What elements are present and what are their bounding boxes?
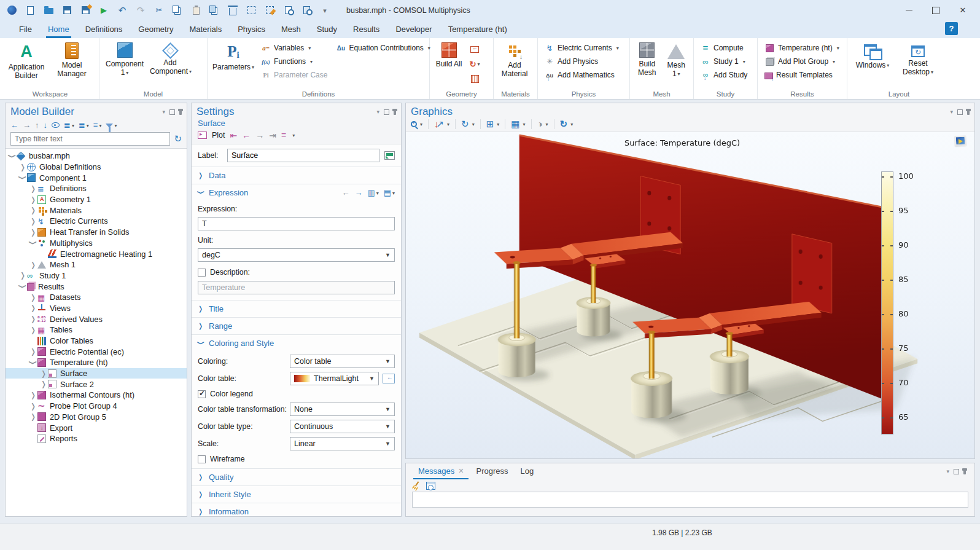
menu-tab-study[interactable]: Study [309,20,345,38]
expander-icon[interactable]: ❭ [29,184,37,193]
plot-in-icon[interactable]: = [281,130,286,140]
transformation-select[interactable]: None▼ [290,403,395,416]
appearance-button[interactable]: ◑▾ [537,119,548,129]
mesh-1-button[interactable]: Mesh 1▾ [664,41,689,79]
parameter-case-button[interactable]: Parameter Case [259,70,329,80]
perspective-button[interactable]: ⊞▾ [486,119,500,129]
expander-icon[interactable]: ❭ [29,217,37,226]
save-file-button[interactable] [59,3,75,18]
component-1-button[interactable]: Component 1▾ [104,41,145,77]
build-all-button[interactable]: Build All [435,41,463,68]
panel-menu-icon[interactable]: ▾ [946,468,949,474]
messages-output[interactable] [412,492,968,508]
tree-item-2d-plot-group-5[interactable]: ❭2D Plot Group 5 [6,412,187,423]
add-material-button[interactable]: Add Material [499,41,531,79]
help-button[interactable]: ? [945,22,958,35]
color-table-type-select[interactable]: Continuous▼ [290,420,395,433]
section-range[interactable]: ❭Range [192,317,401,334]
minimize-icon[interactable] [895,0,922,20]
scale-select[interactable]: Linear▼ [290,437,395,450]
tree-item-study-1[interactable]: ❭Study 1 [6,270,187,281]
panel-menu-icon[interactable]: ▾ [376,109,379,115]
expander-icon[interactable]: ❭ [29,238,37,247]
expander-icon[interactable]: ❭ [29,315,37,323]
show-icon[interactable] [52,120,60,130]
tree-filter-input[interactable] [10,132,170,146]
expander-icon[interactable]: ❭ [39,369,48,378]
rebuild-button[interactable]: ▾ [468,58,481,70]
model-manager-button[interactable]: Model Manager [52,41,92,79]
tree-item-temperature-ht[interactable]: ❭Temperature (ht) [6,357,187,368]
windows-button[interactable]: Windows▾ [852,41,893,69]
tree-item-surface-2[interactable]: ❭Surface 2 [6,379,187,390]
menu-tab-temperature-ht[interactable]: Temperature (ht) [440,20,515,38]
expander-icon[interactable]: ❭ [29,206,37,214]
tree-item-geometry-1[interactable]: ❭Geometry 1 [6,194,187,205]
tree-item-definitions[interactable]: ❭Definitions [6,183,187,194]
description-input[interactable]: Temperature [198,281,395,294]
maximize-icon[interactable] [922,0,949,20]
app-logo-button[interactable] [4,3,20,18]
menu-tab-home[interactable]: Home [40,20,77,38]
variables-button[interactable]: Variables▾ [259,43,329,53]
rotate-button[interactable]: ↻▾ [461,119,475,129]
node-order-icon[interactable]: ≡▾ [93,120,102,130]
add-mathematics-button[interactable]: Add Mathematics [543,70,621,80]
insert-expression-icon[interactable]: ▤▾ [384,188,395,197]
expand-down-icon[interactable]: ≣▾ [79,120,89,130]
plot-thumbnail-icon[interactable] [955,136,966,146]
close-tab-icon[interactable]: ✕ [458,467,464,475]
tree-item-component-1[interactable]: ❭Component 1 [6,172,187,183]
collapse-up-icon[interactable]: ≣▾ [64,120,74,130]
expression-back-icon[interactable]: ← [341,188,349,197]
expander-icon[interactable]: ❭ [29,412,37,421]
tab-log[interactable]: Log [515,463,540,479]
section-expression[interactable]: ❭Expression ← → ▥▾ ▤▾ [192,184,401,201]
pin-panel-icon[interactable] [394,109,396,115]
result-templates-button[interactable]: Result Templates [763,70,841,80]
tree-item-materials[interactable]: ❭Materials [6,205,187,216]
section-coloring-style[interactable]: ❭Coloring and Style [192,334,401,352]
save-as-button[interactable] [77,3,93,18]
expander-icon[interactable]: ❭ [18,282,27,291]
duplicate-button[interactable] [206,3,222,18]
functions-button[interactable]: Functions▾ [259,57,329,66]
add-study-button[interactable]: Add Study [699,70,749,80]
tree-item-results[interactable]: ❭Results [6,281,187,292]
plot-button-label[interactable]: Plot [212,131,225,139]
float-panel-icon[interactable] [169,109,175,115]
plot-first-icon[interactable]: ⇤ [230,130,238,140]
find2-button[interactable] [298,3,314,18]
expander-icon[interactable]: ❭ [29,358,37,367]
expander-icon[interactable]: ❭ [29,293,37,302]
delete-button[interactable] [225,3,241,18]
clear-messages-icon[interactable] [412,481,421,490]
tree-item-probe-plot-group-4[interactable]: ❭Probe Plot Group 4 [6,401,187,412]
undo-button[interactable] [114,3,130,18]
insert-sequence-button[interactable] [468,43,481,55]
view-axes-button[interactable]: ↓↗▾ [434,119,449,129]
select-frame-button[interactable] [243,3,259,18]
tree-item-export[interactable]: Export [6,422,187,433]
table-window-icon[interactable] [426,482,435,490]
menu-tab-file[interactable]: File [11,20,40,38]
tree-item-mesh-1[interactable]: ❭Mesh 1 [6,259,187,270]
tree-item-surface[interactable]: ❭Surface [6,368,187,379]
expander-icon[interactable]: ❭ [18,271,27,280]
add-component-button[interactable]: Add Component▾ [150,41,190,76]
filter-icon[interactable]: ▾ [106,120,117,130]
expander-icon[interactable]: ❭ [29,326,37,334]
float-panel-icon[interactable] [954,469,959,474]
menu-tab-materials[interactable]: Materials [181,20,230,38]
menu-tab-physics[interactable]: Physics [230,20,273,38]
electric-currents-button[interactable]: Electric Currents▾ [543,43,621,53]
zoom-button[interactable]: ▾ [411,121,422,127]
panel-menu-icon[interactable]: ▾ [162,109,165,115]
coloring-select[interactable]: Color table▼ [290,355,395,368]
color-table-select[interactable]: ThermalLight ▼ [290,372,379,385]
tree-item-views[interactable]: ❭Views [6,303,187,314]
open-file-button[interactable] [41,3,56,18]
tree-item-busbar-mph[interactable]: ❭busbar.mph [6,151,187,162]
expander-icon[interactable]: ❭ [8,152,17,160]
pin-panel-icon[interactable] [967,109,970,115]
